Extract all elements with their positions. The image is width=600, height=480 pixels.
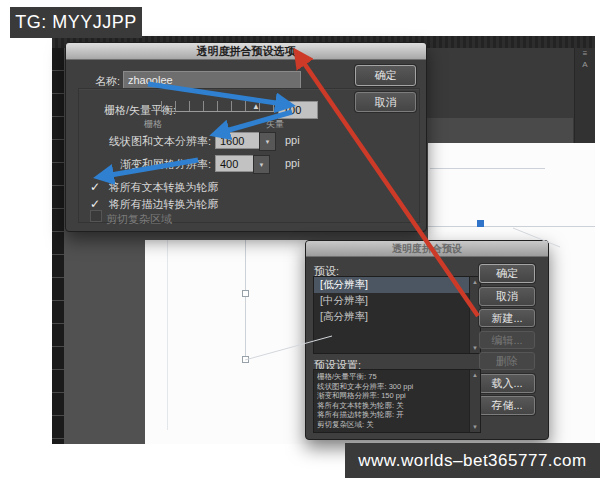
preset-settings-text: 栅格/矢量平衡: 75 线状图和文本分辨率: 300 ppi 渐变和网格分辨率:… bbox=[317, 372, 468, 430]
list-item[interactable]: [中分辨率] bbox=[314, 293, 480, 309]
list-item[interactable]: [高分辨率] bbox=[314, 309, 480, 325]
selected-anchor-point[interactable] bbox=[477, 220, 484, 227]
preset-settings-box: 栅格/矢量平衡: 75 线状图和文本分辨率: 300 ppi 渐变和网格分辨率:… bbox=[313, 369, 481, 433]
ok-button[interactable]: 确定 bbox=[355, 65, 416, 86]
name-input[interactable]: zhaoolee bbox=[123, 71, 301, 89]
scroll-down-icon[interactable]: ▼ bbox=[472, 424, 478, 430]
lineart-dropdown-icon[interactable]: ▼ bbox=[259, 132, 276, 151]
anchor-point[interactable] bbox=[242, 290, 249, 297]
dialog-title: 透明度拼合预设选项 bbox=[197, 44, 296, 59]
panel-icon-strip[interactable]: ≡A bbox=[574, 48, 595, 144]
check-icon: ✓ bbox=[90, 180, 100, 194]
checkbox-label: 将所有文本转换为轮廓 bbox=[109, 181, 219, 193]
artwork-path bbox=[245, 240, 246, 360]
balance-label: 栅格/矢量平衡: bbox=[66, 103, 176, 118]
watermark-bottom-right: www.worlds–bet365777.com bbox=[345, 443, 600, 478]
mesh-label: 渐变和网格分辨率: bbox=[66, 157, 211, 172]
balance-slider-thumb[interactable]: ▲ bbox=[252, 102, 260, 111]
mesh-dropdown-icon[interactable]: ▼ bbox=[253, 155, 270, 174]
cancel-button[interactable]: 取消 bbox=[479, 287, 535, 306]
checkbox-clip-complex: 剪切复杂区域 bbox=[90, 209, 172, 227]
flattener-presets-dialog: 透明度拼合预设 预设: [低分辨率] [中分辨率] [高分辨率] ▲ ▼ 确定 … bbox=[305, 240, 549, 440]
scroll-up-icon[interactable]: ▲ bbox=[472, 279, 478, 285]
checkbox-convert-text[interactable]: ✓ 将所有文本转换为轮廓 bbox=[90, 177, 219, 195]
load-button[interactable]: 载入... bbox=[479, 374, 535, 393]
lineart-label: 线状图和文本分辨率: bbox=[66, 134, 211, 149]
dialog-titlebar[interactable]: 透明度拼合预设选项 bbox=[66, 43, 426, 60]
anchor-point[interactable] bbox=[242, 356, 249, 363]
balance-value-input[interactable]: 100 bbox=[278, 101, 318, 119]
balance-left-caption: 栅格 bbox=[144, 118, 162, 131]
mesh-unit: ppi bbox=[285, 157, 300, 169]
ok-button[interactable]: 确定 bbox=[479, 264, 535, 283]
artwork-path bbox=[428, 226, 595, 227]
artwork-path bbox=[430, 168, 545, 169]
right-dock-panel: ≡A bbox=[425, 48, 595, 144]
settings-scrollbar[interactable]: ▲ ▼ bbox=[469, 370, 480, 432]
vertical-ruler bbox=[52, 48, 64, 444]
balance-right-caption: 矢量 bbox=[266, 118, 284, 131]
flattener-options-dialog: 透明度拼合预设选项 确定 取消 名称: zhaoolee 栅格/矢量平衡: ▲ … bbox=[65, 42, 427, 232]
new-button[interactable]: 新建... bbox=[479, 309, 535, 327]
dialog-titlebar[interactable]: 透明度拼合预设 bbox=[306, 241, 548, 257]
edit-button: 编辑... bbox=[479, 331, 535, 349]
dialog-title: 透明度拼合预设 bbox=[392, 242, 462, 256]
presets-list[interactable]: [低分辨率] [中分辨率] [高分辨率] ▲ ▼ bbox=[313, 276, 481, 354]
checkbox-box bbox=[90, 210, 102, 222]
lineart-value-input[interactable]: 1600 bbox=[215, 132, 263, 149]
lineart-unit: ppi bbox=[285, 134, 300, 146]
save-button[interactable]: 存储... bbox=[479, 396, 535, 415]
scroll-up-icon[interactable]: ▲ bbox=[472, 372, 478, 378]
panel-lower-band bbox=[425, 118, 573, 144]
watermark-top-left: TG: MYYJJPP bbox=[10, 7, 142, 38]
name-label: 名称: bbox=[95, 74, 120, 89]
list-item[interactable]: [低分辨率] bbox=[314, 277, 480, 293]
delete-button: 删除 bbox=[479, 352, 535, 370]
scroll-down-icon[interactable]: ▼ bbox=[472, 345, 478, 351]
artwork-path bbox=[167, 240, 168, 430]
mesh-value-input[interactable]: 400 bbox=[215, 155, 257, 172]
checkbox-label: 剪切复杂区域 bbox=[106, 213, 172, 225]
